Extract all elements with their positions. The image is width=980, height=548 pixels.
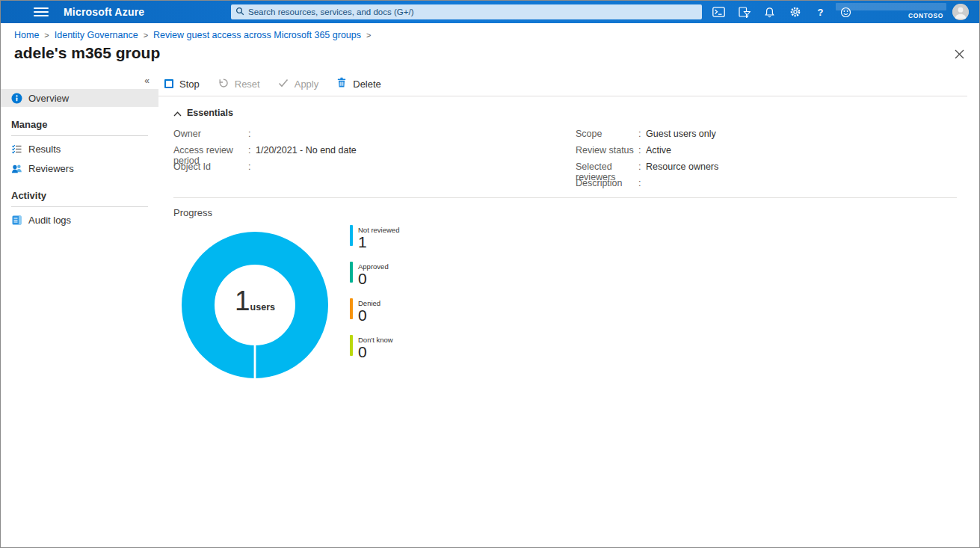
- delete-trash-icon: [336, 77, 347, 90]
- search-input[interactable]: [248, 7, 697, 16]
- essentials-row-owner: Owner :: [173, 129, 576, 145]
- help-icon[interactable]: ?: [814, 6, 827, 19]
- legend-color-bar: [350, 298, 353, 319]
- sidebar-section-manage: Manage: [1, 119, 158, 130]
- progress-legend: Not reviewed 1 Approved 0: [350, 225, 399, 381]
- essentials-title: Essentials: [187, 108, 233, 118]
- main-content: Stop Reset Apply: [158, 72, 979, 535]
- brand-title[interactable]: Microsoft Azure: [64, 6, 144, 18]
- sidebar-item-results[interactable]: Results: [1, 139, 158, 158]
- sidebar-item-label: Results: [28, 144, 61, 155]
- sidebar-item-reviewers[interactable]: Reviewers: [1, 158, 158, 178]
- info-icon: [11, 93, 22, 104]
- stop-label: Stop: [179, 78, 200, 90]
- svg-text:1users: 1users: [235, 286, 275, 316]
- breadcrumb-review-guest-access[interactable]: Review guest access across Microsoft 365…: [153, 30, 361, 40]
- settings-gear-icon[interactable]: [789, 6, 801, 19]
- breadcrumb-identity-governance[interactable]: Identity Governance: [55, 30, 138, 40]
- apply-check-icon: [278, 78, 289, 90]
- legend-color-bar: [350, 262, 353, 283]
- stop-button[interactable]: Stop: [164, 78, 200, 90]
- notifications-bell-icon[interactable]: [763, 6, 776, 19]
- toolbar-divider: [158, 96, 967, 96]
- sidebar-divider: [11, 135, 148, 136]
- sidebar-item-audit-logs[interactable]: Audit logs: [1, 210, 158, 230]
- essentials-grid: Owner : Access review period : 1/20/2021…: [173, 129, 979, 194]
- essentials-row-selected-reviewers: Selected reviewers : Resource owners: [576, 161, 718, 178]
- progress-chart-area: 1users Not reviewed 1 Approved: [182, 232, 979, 381]
- essentials-row-scope: Scope : Guest users only: [576, 129, 718, 145]
- topbar-icon-group: ?: [712, 1, 852, 23]
- essentials-divider: [173, 197, 957, 198]
- sidebar-section-activity: Activity: [1, 190, 158, 201]
- account-name-redacted: [836, 3, 946, 10]
- close-icon[interactable]: [955, 49, 964, 62]
- delete-label: Delete: [353, 78, 381, 90]
- sidebar-item-overview[interactable]: Overview: [1, 89, 158, 107]
- reset-label: Reset: [235, 78, 260, 90]
- audit-logs-book-icon: [11, 215, 22, 226]
- cloud-shell-icon[interactable]: [712, 6, 725, 19]
- legend-item-not-reviewed: Not reviewed 1: [350, 225, 399, 250]
- essentials-row-access-review-period: Access review period : 1/20/2021 - No en…: [173, 145, 576, 161]
- progress-donut-chart: 1users: [182, 232, 328, 381]
- essentials-row-description: Description :: [576, 178, 718, 194]
- avatar[interactable]: [952, 4, 969, 20]
- apply-label: Apply: [295, 78, 319, 90]
- breadcrumb-separator: >: [366, 31, 371, 40]
- legend-item-approved: Approved 0: [350, 262, 399, 287]
- page-title: adele's m365 group: [14, 44, 160, 62]
- legend-item-denied: Denied 0: [350, 298, 399, 324]
- chevron-up-icon: [173, 106, 182, 120]
- breadcrumb-home[interactable]: Home: [14, 30, 39, 40]
- sidebar-item-label: Audit logs: [28, 215, 71, 226]
- global-search[interactable]: [231, 4, 702, 19]
- stop-icon: [164, 79, 173, 88]
- results-checklist-icon: [11, 144, 22, 155]
- reviewers-people-icon: [11, 163, 22, 174]
- directory-filter-icon[interactable]: [738, 6, 751, 19]
- sidebar-item-label: Overview: [28, 93, 69, 104]
- azure-portal-window: Microsoft Azure ?: [0, 0, 980, 548]
- search-icon: [235, 5, 244, 19]
- sidebar-item-label: Reviewers: [28, 163, 74, 174]
- breadcrumb: Home > Identity Governance > Review gues…: [1, 23, 979, 40]
- top-bar: Microsoft Azure ?: [1, 1, 979, 23]
- sidebar-divider: [11, 206, 148, 207]
- hamburger-menu-icon[interactable]: [34, 6, 49, 18]
- delete-button[interactable]: Delete: [336, 77, 381, 90]
- legend-color-bar: [350, 335, 353, 356]
- command-bar: Stop Reset Apply: [158, 74, 979, 93]
- legend-item-dont-know: Don't know 0: [350, 335, 399, 360]
- essentials-row-object-id: Object Id :: [173, 161, 576, 178]
- breadcrumb-separator: >: [44, 31, 49, 40]
- sidebar-collapse-icon[interactable]: «: [1, 76, 158, 86]
- essentials-toggle[interactable]: Essentials: [173, 106, 979, 120]
- sidebar: « Overview Manage: [1, 72, 158, 535]
- reset-button[interactable]: Reset: [218, 78, 260, 90]
- reset-undo-icon: [218, 78, 229, 90]
- directory-name: CONTOSO: [908, 12, 943, 19]
- progress-title: Progress: [173, 207, 979, 218]
- breadcrumb-separator: >: [144, 31, 148, 40]
- legend-color-bar: [350, 225, 353, 246]
- essentials-row-review-status: Review status : Active: [576, 145, 718, 161]
- apply-button[interactable]: Apply: [278, 78, 319, 90]
